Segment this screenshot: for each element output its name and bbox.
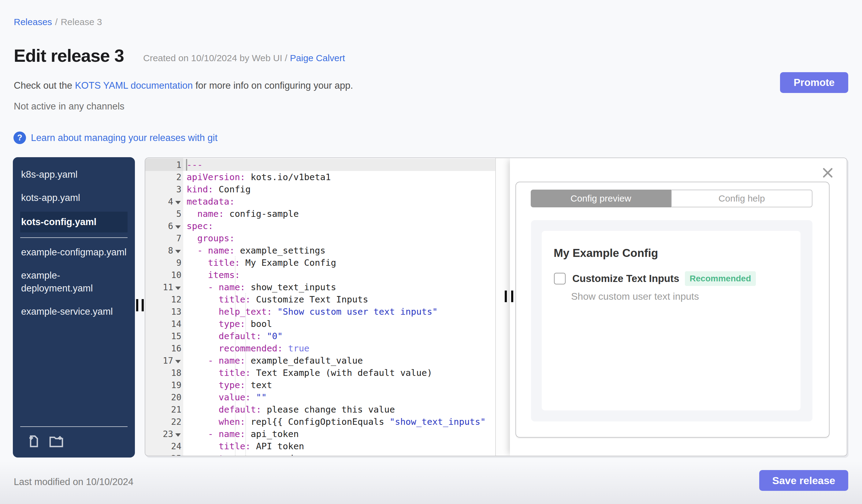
sidebar-item-kots-config[interactable]: kots-config.yaml	[20, 212, 128, 233]
gutter-row: 9	[145, 256, 183, 269]
text-cursor	[186, 159, 187, 171]
sidebar-item-kots-app[interactable]: kots-app.yaml	[20, 188, 128, 207]
git-releases-link[interactable]: Learn about managing your releases with …	[31, 132, 218, 143]
code-line[interactable]: type: bool	[183, 318, 495, 330]
sidebar-item-k8s-app[interactable]: k8s-app.yaml	[20, 165, 128, 184]
code-line[interactable]: help_text: "Show custom user text inputs…	[183, 306, 495, 318]
code-line[interactable]: groups:	[183, 232, 495, 244]
gutter-row: 11	[145, 281, 183, 293]
gutter-row: 21	[145, 403, 183, 416]
preview-tabbar: Config preview Config help	[531, 190, 812, 207]
recommended-badge: Recommended	[685, 271, 756, 286]
kots-docs-link[interactable]: KOTS YAML documentation	[75, 80, 193, 91]
gutter-row: 14	[145, 318, 183, 330]
code-line[interactable]: items:	[183, 269, 495, 281]
fold-arrow-icon[interactable]	[175, 225, 181, 229]
fold-arrow-icon[interactable]	[175, 201, 181, 204]
new-folder-icon[interactable]	[48, 434, 64, 450]
tab-config-preview[interactable]: Config preview	[531, 190, 671, 207]
gutter-row: 1	[145, 159, 183, 171]
docs-line-post: for more info on configuring your app.	[193, 80, 353, 91]
code-line[interactable]: kind: Config	[183, 183, 495, 196]
resize-handle-left[interactable]	[136, 299, 138, 311]
code-line[interactable]: spec:	[183, 220, 495, 232]
fold-arrow-icon[interactable]	[175, 250, 181, 253]
save-release-button[interactable]: Save release	[759, 470, 848, 491]
code-line[interactable]: - name: show_text_inputs	[183, 281, 495, 293]
code-line[interactable]: title: Text Example (with default value)	[183, 367, 495, 379]
code-line[interactable]: default: "0"	[183, 330, 495, 342]
question-circle-icon[interactable]: ?	[13, 132, 26, 144]
sidebar-item-example-service[interactable]: example-service.yaml	[20, 302, 128, 321]
gutter-row: 25	[145, 452, 183, 456]
gutter-row: 17	[145, 355, 183, 367]
code-line[interactable]: type: password	[183, 452, 495, 456]
resize-handle-right[interactable]	[511, 291, 513, 302]
code-line[interactable]: type: text	[183, 379, 495, 391]
editor-gutter: 1234567891011121314151617181920212223242…	[145, 158, 183, 456]
code-line[interactable]: title: API token	[183, 440, 495, 452]
sidebar-item-example-configmap[interactable]: example-configmap.yaml	[20, 243, 128, 262]
code-line[interactable]: - name: example_default_value	[183, 355, 495, 367]
fold-arrow-icon[interactable]	[175, 287, 181, 290]
created-text: Created on 10/10/2024 by Web UI /	[143, 53, 290, 63]
git-help-row: ? Learn about managing your releases wit…	[13, 132, 218, 144]
created-author-link[interactable]: Paige Calvert	[290, 53, 345, 63]
sidebar-footer	[20, 426, 128, 451]
code-line[interactable]: default: please change this value	[183, 403, 495, 416]
breadcrumb-releases-link[interactable]: Releases	[14, 17, 52, 27]
code-line[interactable]: name: config-sample	[183, 208, 495, 220]
fold-arrow-icon[interactable]	[175, 433, 181, 437]
gutter-row: 20	[145, 391, 183, 403]
config-item-row: Customize Text Inputs Recommended	[554, 271, 800, 286]
gutter-row: 10	[145, 269, 183, 281]
code-line[interactable]: title: Customize Text Inputs	[183, 293, 495, 306]
code-line[interactable]: metadata:	[183, 196, 495, 208]
file-sidebar: k8s-app.yaml kots-app.yaml kots-config.y…	[13, 157, 135, 457]
gutter-row: 15	[145, 330, 183, 342]
new-file-icon[interactable]	[27, 434, 41, 450]
sidebar-item-example-deployment[interactable]: example-deployment.yaml	[20, 266, 128, 298]
promote-button[interactable]: Promote	[780, 72, 848, 93]
last-modified: Last modified on 10/10/2024	[14, 477, 133, 488]
code-line[interactable]: - name: example_settings	[183, 244, 495, 256]
tab-config-help[interactable]: Config help	[671, 190, 813, 207]
breadcrumb-current: Release 3	[61, 17, 102, 27]
config-item-help: Show custom user text inputs	[571, 291, 800, 302]
editor-scrollbar-track[interactable]	[495, 158, 511, 456]
gutter-row: 16	[145, 342, 183, 355]
page-title: Edit release 3	[14, 45, 124, 66]
resize-handle-left[interactable]	[142, 299, 144, 311]
code-line[interactable]: value: ""	[183, 391, 495, 403]
docs-line: Check out the KOTS YAML documentation fo…	[14, 80, 353, 91]
code-line[interactable]: recommended: true	[183, 342, 495, 355]
gutter-row: 24	[145, 440, 183, 452]
breadcrumb: Releases/Release 3	[14, 17, 102, 27]
code-line[interactable]: title: My Example Config	[183, 256, 495, 269]
code-area[interactable]: ---apiVersion: kots.io/v1beta1kind: Conf…	[183, 158, 495, 456]
fold-arrow-icon[interactable]	[175, 360, 181, 363]
resize-handle-right[interactable]	[505, 291, 507, 302]
sidebar-divider	[20, 237, 128, 238]
gutter-row: 8	[145, 244, 183, 256]
created-info: Created on 10/10/2024 by Web UI / Paige …	[143, 53, 345, 63]
code-line[interactable]: apiVersion: kots.io/v1beta1	[183, 171, 495, 183]
config-item-label: Customize Text Inputs	[572, 273, 679, 284]
preview-panel: Config preview Config help My Example Co…	[510, 158, 847, 456]
preview-card: Config preview Config help My Example Co…	[515, 182, 830, 438]
config-group-title: My Example Config	[554, 247, 800, 260]
channel-status: Not active in any channels	[14, 101, 125, 112]
gutter-row: 13	[145, 306, 183, 318]
code-line[interactable]: when: repl{{ ConfigOptionEquals "show_te…	[183, 416, 495, 428]
gutter-row: 3	[145, 183, 183, 196]
gutter-row: 18	[145, 367, 183, 379]
gutter-row: 2	[145, 171, 183, 183]
code-line[interactable]: - name: api_token	[183, 428, 495, 440]
close-button[interactable]	[821, 166, 835, 180]
code-line[interactable]: ---	[183, 159, 495, 171]
customize-text-inputs-checkbox[interactable]	[554, 273, 565, 284]
gutter-row: 19	[145, 379, 183, 391]
docs-line-pre: Check out the	[14, 80, 75, 91]
breadcrumb-separator: /	[55, 17, 57, 27]
gutter-row: 7	[145, 232, 183, 244]
